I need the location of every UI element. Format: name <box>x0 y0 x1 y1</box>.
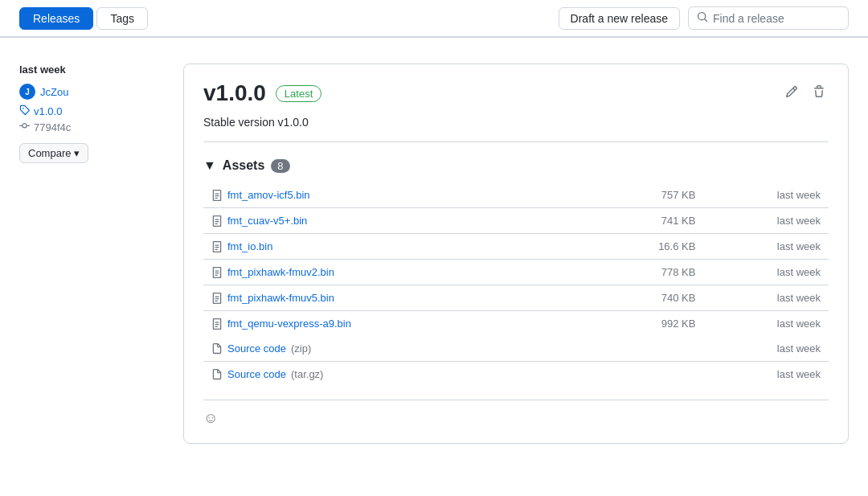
asset-size: 740 KB <box>579 285 704 311</box>
assets-count: 8 <box>271 159 289 173</box>
asset-size: 757 KB <box>579 182 704 208</box>
source-code-row: Source code (zip) last week <box>203 336 829 362</box>
asset-row: fmt_cuav-v5+.bin 741 KB last week <box>203 208 829 234</box>
source-code-row: Source code (tar.gz) last week <box>203 362 829 387</box>
asset-row: fmt_pixhawk-fmuv2.bin 778 KB last week <box>203 260 829 285</box>
commit-icon <box>19 121 30 133</box>
tab-tags[interactable]: Tags <box>96 7 148 30</box>
sidebar-tag-label: v1.0.0 <box>34 105 62 117</box>
search-icon <box>697 11 708 25</box>
collapse-icon: ▼ <box>203 158 216 173</box>
release-title-row: v1.0.0 Latest <box>203 80 321 106</box>
asset-date: last week <box>703 260 829 285</box>
divider <box>0 37 868 38</box>
release-header: v1.0.0 Latest <box>203 80 829 106</box>
source-size <box>579 362 704 387</box>
edit-release-button[interactable] <box>782 84 801 103</box>
asset-file-link[interactable]: fmt_pixhawk-fmuv5.bin <box>211 292 571 304</box>
asset-size: 778 KB <box>579 260 704 285</box>
asset-size: 992 KB <box>579 311 704 337</box>
asset-row: fmt_pixhawk-fmuv5.bin 740 KB last week <box>203 285 829 311</box>
draft-release-button[interactable]: Draft a new release <box>559 7 680 30</box>
asset-date: last week <box>703 285 829 311</box>
sidebar-username: JcZou <box>40 86 68 98</box>
asset-date: last week <box>703 182 829 208</box>
sidebar-tag[interactable]: v1.0.0 <box>19 105 164 117</box>
sidebar-user[interactable]: J JcZou <box>19 84 164 100</box>
latest-badge: Latest <box>276 85 321 102</box>
asset-size: 741 KB <box>579 208 704 234</box>
compare-label: Compare <box>28 147 71 159</box>
avatar: J <box>19 84 35 100</box>
main-layout: last week J JcZou v1.0.0 7794f4c Compare… <box>0 51 868 457</box>
chevron-down-icon: ▾ <box>74 147 80 159</box>
release-actions <box>782 84 829 103</box>
emoji-reaction-button[interactable]: ☺ <box>203 410 218 427</box>
sidebar-commit: 7794f4c <box>19 121 164 133</box>
source-date: last week <box>703 336 829 362</box>
top-bar: Releases Tags Draft a new release <box>0 0 868 37</box>
tag-icon <box>19 105 30 117</box>
assets-header[interactable]: ▼ Assets 8 <box>203 158 829 173</box>
compare-button[interactable]: Compare ▾ <box>19 143 88 163</box>
asset-row: fmt_io.bin 16.6 KB last week <box>203 234 829 260</box>
emoji-row: ☺ <box>203 400 829 427</box>
assets-label: Assets <box>223 158 264 173</box>
search-box[interactable] <box>688 6 849 30</box>
assets-section: ▼ Assets 8 fmt_amov-icf5.bin 757 KB last… <box>203 158 829 387</box>
asset-row: fmt_qemu-vexpress-a9.bin 992 KB last wee… <box>203 311 829 337</box>
asset-size: 16.6 KB <box>579 234 704 260</box>
sidebar-commit-label: 7794f4c <box>34 121 71 133</box>
asset-date: last week <box>703 311 829 337</box>
asset-file-link[interactable]: fmt_pixhawk-fmuv2.bin <box>211 266 571 278</box>
tab-releases[interactable]: Releases <box>19 7 93 30</box>
asset-file-link[interactable]: fmt_qemu-vexpress-a9.bin <box>211 318 571 330</box>
source-code-link[interactable]: Source code (zip) <box>211 342 571 355</box>
source-code-link[interactable]: Source code (tar.gz) <box>211 368 571 380</box>
tab-group: Releases Tags <box>19 7 148 30</box>
asset-date: last week <box>703 234 829 260</box>
asset-date: last week <box>703 208 829 234</box>
search-input[interactable] <box>713 12 840 25</box>
sidebar: last week J JcZou v1.0.0 7794f4c Compare… <box>19 51 164 457</box>
top-bar-right: Draft a new release <box>559 6 849 30</box>
release-version: v1.0.0 <box>203 80 266 106</box>
asset-file-link[interactable]: fmt_io.bin <box>211 240 571 252</box>
release-description: Stable version v1.0.0 <box>203 116 829 142</box>
sidebar-date: last week <box>19 64 164 76</box>
asset-file-link[interactable]: fmt_amov-icf5.bin <box>211 189 571 201</box>
delete-release-button[interactable] <box>809 84 829 103</box>
asset-file-link[interactable]: fmt_cuav-v5+.bin <box>211 215 571 227</box>
release-card: v1.0.0 Latest Stable version v1.0.0 <box>183 64 849 444</box>
asset-row: fmt_amov-icf5.bin 757 KB last week <box>203 182 829 208</box>
source-date: last week <box>703 362 829 387</box>
assets-table: fmt_amov-icf5.bin 757 KB last week fmt_c… <box>203 182 829 387</box>
source-size <box>579 336 704 362</box>
